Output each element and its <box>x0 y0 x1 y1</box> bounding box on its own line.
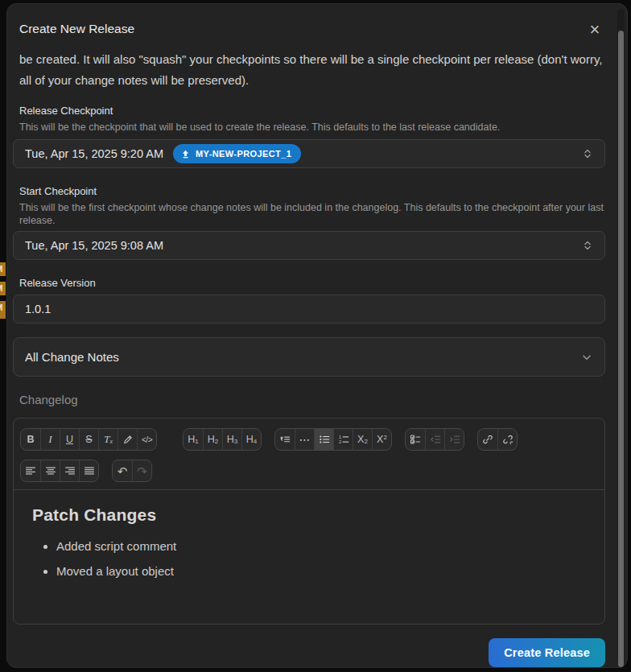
start-checkpoint-label: Start Checkpoint <box>13 185 605 197</box>
changelog-list: Added script comment Moved a layout obje… <box>32 538 587 579</box>
superscript-button[interactable]: X2 <box>372 429 391 450</box>
change-notes-filter-value: All Change Notes <box>25 350 119 364</box>
outdent-icon <box>430 434 441 445</box>
indent-button[interactable] <box>444 429 464 450</box>
bold-button[interactable]: B <box>21 429 40 450</box>
unlink-button[interactable] <box>497 429 517 450</box>
changelog-list-item: Moved a layout object <box>56 563 587 579</box>
create-new-release-dialog: Create New Release × be created. It will… <box>6 3 628 668</box>
release-checkpoint-select[interactable]: Tue, Apr 15, 2025 9:20 AM MY-NEW-PROJECT… <box>13 139 605 168</box>
link-button[interactable] <box>478 429 497 450</box>
undo-button[interactable]: ↶ <box>113 460 132 481</box>
align-center-icon <box>45 465 56 476</box>
chevron-up-down-icon <box>582 239 593 252</box>
align-justify-icon <box>84 465 95 476</box>
italic-button[interactable]: I <box>40 429 60 450</box>
heading-1-button[interactable]: H1 <box>184 429 203 450</box>
svg-text:1: 1 <box>339 435 341 439</box>
text-format-group: B I U S Tx </> <box>20 428 157 451</box>
background-badge-fragment: M <box>0 301 6 319</box>
release-candidate-badge: MY-NEW-PROJECT_1 <box>173 144 301 163</box>
link-icon <box>482 434 493 445</box>
release-arrow-icon <box>180 149 191 159</box>
changelog-content[interactable]: Patch Changes Added script comment Moved… <box>14 489 604 624</box>
clear-formatting-button[interactable]: Tx <box>98 429 118 450</box>
align-right-button[interactable] <box>60 460 79 481</box>
dialog-header: Create New Release <box>13 22 605 36</box>
release-checkpoint-label: Release Checkpoint <box>13 105 605 117</box>
align-center-button[interactable] <box>40 460 60 481</box>
create-release-button[interactable]: Create Release <box>489 638 605 667</box>
start-checkpoint-description: This will be the first checkpoint whose … <box>13 201 605 227</box>
blockquote-icon <box>279 434 291 445</box>
editor-toolbar: B I U S Tx </> H1 H2 H3 <box>14 418 604 489</box>
block-format-group: ⋯ 1 2 X2 X2 <box>274 428 392 451</box>
dialog-description: be created. It will also "squash" your c… <box>13 49 605 91</box>
blockquote-button[interactable] <box>275 429 295 450</box>
scrollbar-thumb[interactable] <box>618 31 624 667</box>
link-group <box>477 428 518 451</box>
change-notes-filter-select[interactable]: All Change Notes <box>13 337 605 377</box>
align-left-button[interactable] <box>21 460 40 481</box>
strikethrough-button[interactable]: S <box>79 429 98 450</box>
release-checkpoint-description: This will be the checkpoint that will be… <box>13 121 605 134</box>
highlight-button[interactable] <box>118 429 137 450</box>
align-right-icon <box>64 465 76 476</box>
start-checkpoint-select[interactable]: Tue, Apr 15, 2025 9:08 AM <box>13 231 605 260</box>
heading-group: H1 H2 H3 H4 <box>183 428 262 451</box>
subscript-button[interactable]: X2 <box>353 429 372 450</box>
horizontal-rule-button[interactable]: ⋯ <box>295 429 314 450</box>
dialog-footer: Create Release <box>13 638 605 667</box>
screen: { "modal": { "title": "Create New Releas… <box>0 0 631 672</box>
history-group: ↶ ↷ <box>112 460 152 482</box>
outdent-button[interactable] <box>425 429 444 450</box>
align-left-icon <box>25 465 36 476</box>
ordered-list-button[interactable]: 1 2 <box>333 429 353 450</box>
list-indent-group <box>405 428 464 451</box>
changelog-list-item: Added script comment <box>56 538 587 555</box>
svg-text:2: 2 <box>339 439 341 444</box>
redo-button[interactable]: ↷ <box>132 460 151 481</box>
heading-2-button[interactable]: H2 <box>203 429 222 450</box>
code-button[interactable]: </> <box>137 429 156 450</box>
heading-4-button[interactable]: H4 <box>241 429 261 450</box>
bullet-list-icon <box>319 434 330 445</box>
close-icon[interactable]: × <box>585 20 604 39</box>
background-badge-fragment: M <box>0 282 6 295</box>
changelog-label: Changelog <box>13 393 605 406</box>
align-group <box>20 460 99 482</box>
chevron-up-down-icon <box>582 147 593 160</box>
background-badge-fragment: M <box>0 262 6 276</box>
task-list-button[interactable] <box>406 429 425 450</box>
release-version-input[interactable] <box>13 295 605 324</box>
release-checkpoint-value: Tue, Apr 15, 2025 9:20 AM <box>25 147 163 160</box>
ordered-list-icon: 1 2 <box>338 434 349 445</box>
indent-icon <box>449 434 460 445</box>
unlink-icon <box>502 434 513 445</box>
underline-button[interactable]: U <box>60 429 79 450</box>
release-candidate-badge-label: MY-NEW-PROJECT_1 <box>196 149 291 159</box>
task-list-icon <box>410 434 421 445</box>
chevron-down-icon <box>580 351 593 364</box>
heading-3-button[interactable]: H3 <box>222 429 241 450</box>
start-checkpoint-value: Tue, Apr 15, 2025 9:08 AM <box>25 239 163 252</box>
dialog-title: Create New Release <box>19 22 134 36</box>
pen-icon <box>122 434 134 445</box>
changelog-editor: B I U S Tx </> H1 H2 H3 <box>13 418 605 625</box>
changelog-heading: Patch Changes <box>32 505 587 525</box>
align-justify-button[interactable] <box>79 460 98 481</box>
release-version-label: Release Version <box>13 277 605 289</box>
bullet-list-button[interactable] <box>314 429 333 450</box>
